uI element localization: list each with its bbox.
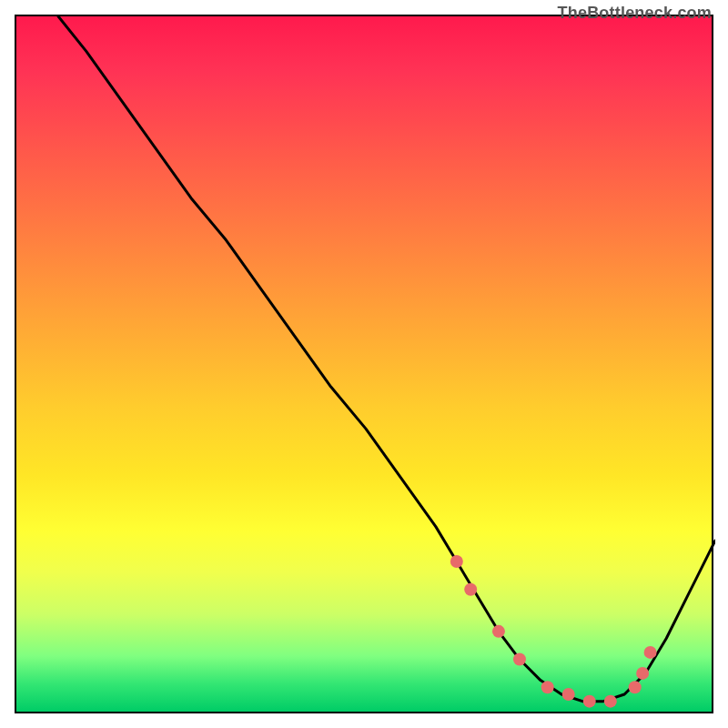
watermark-label: TheBottleneck.com [558, 4, 712, 23]
plot-area: TheBottleneck.com [15, 15, 713, 713]
marker-dot [464, 583, 477, 596]
marker-dot [604, 695, 617, 708]
marker-dot [644, 646, 657, 659]
marker-dot [583, 695, 596, 708]
marker-dot [541, 681, 554, 693]
chart-svg [16, 16, 715, 715]
marker-dot [513, 653, 526, 666]
marker-dot [636, 667, 649, 680]
marker-dot [450, 555, 463, 568]
marker-dot [629, 681, 642, 693]
chart-container: TheBottleneck.com [0, 0, 728, 728]
curve-line [58, 16, 715, 702]
marker-dot [562, 688, 575, 701]
marker-dot [492, 625, 505, 638]
marker-dots [450, 555, 657, 708]
